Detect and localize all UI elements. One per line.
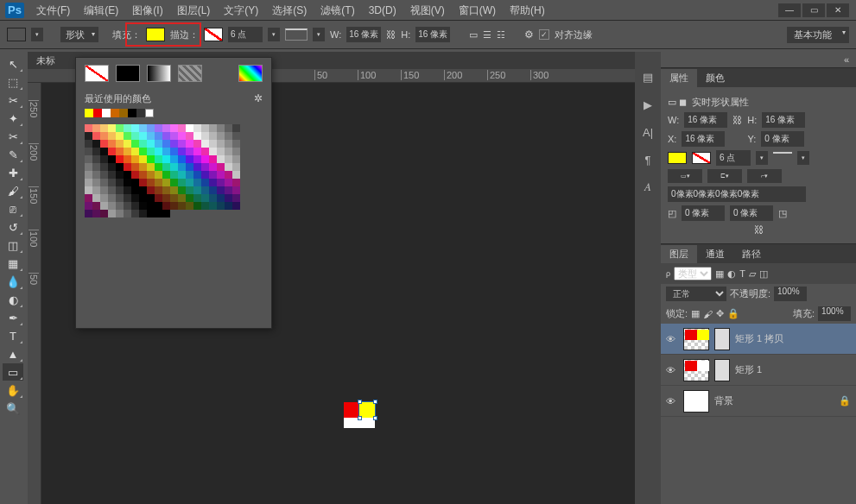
paths-tab[interactable]: 路径: [733, 245, 770, 263]
stroke-width-dropdown[interactable]: ▾: [268, 28, 280, 41]
history-brush-tool[interactable]: ↺: [3, 218, 23, 236]
eraser-tool[interactable]: ◫: [3, 236, 23, 254]
prop-stroke-dd[interactable]: ▾: [756, 151, 768, 165]
layer-name[interactable]: 矩形 1: [735, 363, 762, 376]
stamp-tool[interactable]: ⎚: [3, 200, 23, 217]
fill-swatch[interactable]: [146, 28, 165, 41]
gradient-tool[interactable]: ▦: [3, 255, 23, 272]
lock-pixel-icon[interactable]: 🖌: [703, 309, 713, 319]
corners-dd[interactable]: ⌐▾: [747, 169, 782, 183]
prop-stroke-swatch[interactable]: [692, 152, 711, 164]
prop-stroke-style-dd[interactable]: ▾: [797, 151, 809, 165]
visibility-icon[interactable]: 👁: [666, 396, 678, 406]
filter-smart-icon[interactable]: ◫: [759, 268, 768, 280]
color-picker-button[interactable]: [238, 65, 263, 82]
window-close[interactable]: ✕: [827, 3, 849, 17]
menu-filter[interactable]: 滤镜(T): [314, 0, 361, 21]
lock-trans-icon[interactable]: ▦: [691, 308, 700, 319]
height-input[interactable]: 16 像素: [415, 27, 450, 42]
filter-type-icon[interactable]: T: [739, 268, 745, 279]
fill-none-tab[interactable]: [85, 65, 109, 82]
lock-all-icon[interactable]: 🔒: [727, 308, 739, 319]
menu-file[interactable]: 文件(F): [29, 0, 77, 21]
fill-opacity-input[interactable]: 100%: [818, 306, 851, 321]
prop-stroke-width[interactable]: 6 点: [716, 150, 751, 166]
fill-gradient-tab[interactable]: [147, 65, 171, 82]
crop-tool[interactable]: ✂: [3, 128, 23, 145]
corner-tr-input[interactable]: 0 像素: [730, 205, 773, 221]
tool-preset[interactable]: [7, 28, 26, 41]
arrange-icon[interactable]: ☷: [497, 29, 505, 41]
window-minimize[interactable]: —: [778, 3, 801, 17]
shape-mode-select[interactable]: 形状: [60, 27, 98, 42]
window-maximize[interactable]: ▭: [802, 3, 825, 17]
menu-layer[interactable]: 图层(L): [170, 0, 218, 21]
zoom-tool[interactable]: 🔍: [3, 400, 23, 417]
lock-pos-icon[interactable]: ✥: [716, 308, 724, 319]
marquee-tool[interactable]: ⬚: [3, 73, 23, 91]
move-tool[interactable]: ↖: [3, 55, 23, 72]
visibility-icon[interactable]: 👁: [666, 334, 678, 344]
properties-tab[interactable]: 属性: [661, 69, 697, 87]
link-wh-icon[interactable]: ⛓: [386, 29, 396, 40]
width-input[interactable]: 16 像素: [346, 27, 381, 42]
stroke-width-input[interactable]: 6 点: [228, 27, 263, 42]
path-select-tool[interactable]: ▲: [3, 345, 23, 362]
tool-preset-dropdown[interactable]: ▾: [31, 28, 43, 41]
layer-mask-thumb[interactable]: [714, 359, 730, 381]
menu-type[interactable]: 文字(Y): [217, 0, 265, 21]
hand-tool[interactable]: ✋: [3, 381, 23, 399]
blur-tool[interactable]: 💧: [3, 273, 23, 290]
stroke-style[interactable]: [285, 28, 308, 41]
prop-fill-swatch[interactable]: [668, 152, 687, 164]
fill-pattern-tab[interactable]: [178, 65, 202, 82]
layer-row-3[interactable]: 👁 背景 🔒: [661, 386, 856, 417]
paragraph-panel-icon[interactable]: ¶: [639, 152, 656, 167]
path-ops-icon[interactable]: ▭: [469, 29, 478, 41]
eyedropper-tool[interactable]: ✎: [3, 146, 23, 163]
prop-stroke-style[interactable]: [773, 152, 792, 164]
menu-help[interactable]: 帮助(H): [503, 0, 552, 21]
channels-tab[interactable]: 通道: [697, 245, 733, 263]
gear-icon[interactable]: ⚙: [524, 28, 534, 41]
link-corners-icon[interactable]: ⛓: [754, 224, 764, 235]
corner-tl-input[interactable]: 0 像素: [682, 205, 725, 221]
caps-dd[interactable]: ⊏▾: [707, 169, 742, 183]
document-tab[interactable]: 未标: [36, 54, 55, 67]
visibility-icon[interactable]: 👁: [666, 365, 678, 375]
menu-select[interactable]: 选择(S): [265, 0, 314, 21]
dodge-tool[interactable]: ◐: [3, 291, 23, 308]
prop-x-input[interactable]: 16 像素: [682, 131, 725, 147]
panel-collapse-icon[interactable]: «: [844, 54, 849, 65]
pen-tool[interactable]: ✒: [3, 309, 23, 326]
align-icon[interactable]: ☰: [483, 29, 491, 41]
filter-adjust-icon[interactable]: ◐: [727, 268, 736, 280]
fill-solid-tab[interactable]: [116, 65, 140, 82]
corner-radii[interactable]: 0像素0像素0像素0像素: [668, 186, 806, 202]
menu-view[interactable]: 视图(V): [403, 0, 452, 21]
blend-mode-select[interactable]: 正常: [666, 287, 726, 301]
selected-shape[interactable]: [344, 402, 377, 428]
character-panel-icon[interactable]: A|: [639, 124, 656, 140]
menu-window[interactable]: 窗口(W): [452, 0, 503, 21]
layer-row-2[interactable]: 👁 矩形 1: [661, 355, 856, 386]
prop-h-input[interactable]: 16 像素: [762, 112, 805, 128]
align-stroke-dd[interactable]: ▭▾: [668, 169, 702, 183]
layer-name[interactable]: 矩形 1 拷贝: [735, 332, 783, 345]
workspace-select[interactable]: 基本功能: [787, 27, 849, 43]
filter-pixel-icon[interactable]: ▦: [715, 268, 724, 280]
menu-3d[interactable]: 3D(D): [362, 0, 403, 21]
layer-name[interactable]: 背景: [714, 394, 733, 407]
color-swatches[interactable]: [76, 117, 256, 224]
layers-tab[interactable]: 图层: [661, 245, 697, 263]
layer-row-1[interactable]: 👁 矩形 1 拷贝: [661, 324, 856, 355]
lasso-tool[interactable]: ✂: [3, 91, 23, 109]
layer-filter-kind[interactable]: 类型: [674, 267, 712, 280]
menu-image[interactable]: 图像(I): [125, 0, 169, 21]
align-edges-checkbox[interactable]: [539, 29, 549, 40]
opacity-input[interactable]: 100%: [774, 287, 807, 301]
type-tool[interactable]: T: [3, 327, 23, 344]
stroke-swatch[interactable]: [204, 28, 223, 41]
color-tab[interactable]: 颜色: [697, 69, 733, 87]
heal-tool[interactable]: ✚: [3, 164, 23, 181]
